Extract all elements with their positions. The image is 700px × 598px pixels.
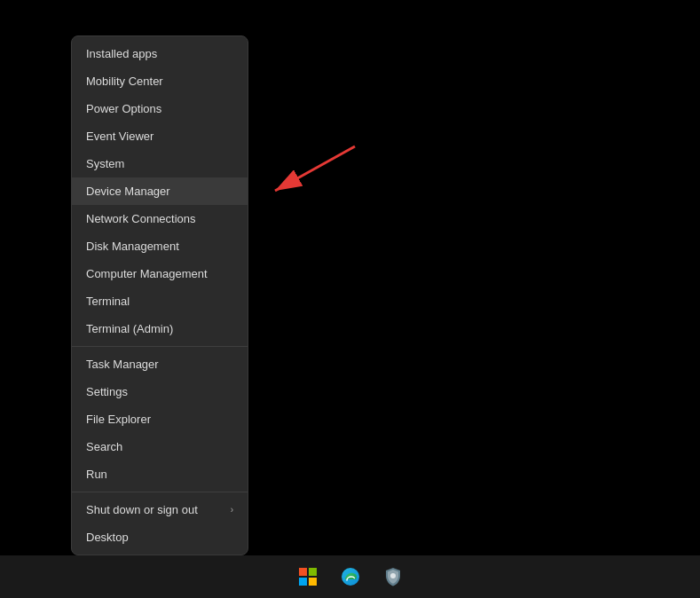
menu-item-label-system: System <box>86 157 124 170</box>
menu-item-search[interactable]: Search <box>72 433 248 460</box>
menu-item-label-settings: Settings <box>86 385 128 398</box>
menu-item-label-device-manager: Device Manager <box>86 185 170 198</box>
menu-item-label-disk-management: Disk Management <box>86 240 179 253</box>
menu-item-label-network-connections: Network Connections <box>86 212 196 225</box>
menu-item-label-computer-management: Computer Management <box>86 267 208 280</box>
menu-item-installed-apps[interactable]: Installed apps <box>72 40 248 67</box>
windows-logo-icon <box>298 567 318 586</box>
menu-item-run[interactable]: Run <box>72 460 248 488</box>
menu-item-label-search: Search <box>86 440 122 453</box>
menu-item-network-connections[interactable]: Network Connections <box>72 205 248 232</box>
menu-item-terminal-admin[interactable]: Terminal (Admin) <box>72 315 248 342</box>
menu-item-label-power-options: Power Options <box>86 102 161 115</box>
menu-item-file-explorer[interactable]: File Explorer <box>72 405 248 433</box>
menu-item-label-event-viewer: Event Viewer <box>86 130 153 143</box>
menu-item-label-terminal: Terminal <box>86 295 130 308</box>
svg-rect-4 <box>299 578 307 586</box>
menu-item-desktop[interactable]: Desktop <box>72 523 248 551</box>
menu-item-task-manager[interactable]: Task Manager <box>72 350 248 378</box>
menu-item-system[interactable]: System <box>72 150 248 177</box>
menu-item-shut-down[interactable]: Shut down or sign out› <box>72 496 248 523</box>
edge-icon <box>340 566 361 587</box>
menu-item-device-manager[interactable]: Device Manager <box>72 177 248 205</box>
edge-browser-button[interactable] <box>333 559 368 594</box>
svg-line-1 <box>275 146 355 191</box>
menu-item-disk-management[interactable]: Disk Management <box>72 232 248 260</box>
start-button[interactable] <box>290 559 326 594</box>
svg-rect-2 <box>299 568 307 576</box>
menu-item-event-viewer[interactable]: Event Viewer <box>72 122 248 150</box>
taskbar <box>0 555 700 598</box>
menu-item-power-options[interactable]: Power Options <box>72 95 248 122</box>
menu-item-computer-management[interactable]: Computer Management <box>72 260 248 287</box>
menu-item-settings[interactable]: Settings <box>72 378 248 405</box>
menu-item-label-file-explorer: File Explorer <box>86 413 151 426</box>
context-menu: Installed appsMobility CenterPower Optio… <box>71 35 248 555</box>
menu-item-label-shut-down: Shut down or sign out <box>86 503 198 516</box>
menu-item-label-desktop: Desktop <box>86 531 129 544</box>
menu-item-mobility-center[interactable]: Mobility Center <box>72 67 248 95</box>
menu-item-label-installed-apps: Installed apps <box>86 47 157 60</box>
menu-item-terminal[interactable]: Terminal <box>72 287 248 315</box>
winget-button[interactable] <box>375 559 411 594</box>
red-arrow <box>257 138 364 209</box>
submenu-chevron-icon: › <box>231 505 233 515</box>
shield-icon <box>382 566 404 587</box>
menu-item-label-run: Run <box>86 468 107 481</box>
menu-item-label-task-manager: Task Manager <box>86 358 159 371</box>
svg-rect-5 <box>309 578 317 586</box>
svg-point-7 <box>390 573 396 578</box>
menu-divider <box>72 346 248 347</box>
menu-divider <box>72 492 248 492</box>
svg-rect-3 <box>309 568 317 576</box>
menu-item-label-mobility-center: Mobility Center <box>86 75 163 88</box>
menu-item-label-terminal-admin: Terminal (Admin) <box>86 322 173 335</box>
